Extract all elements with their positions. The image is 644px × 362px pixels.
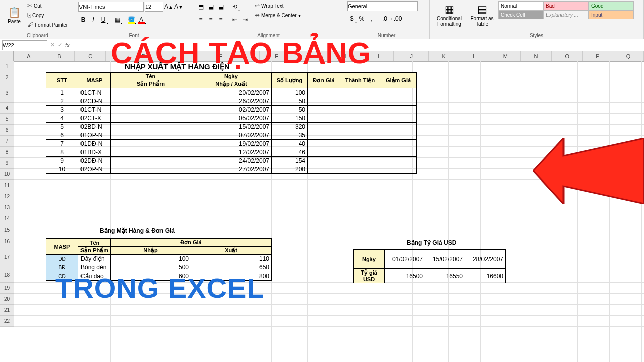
row-header-13[interactable]: 13: [0, 202, 14, 213]
cell-giamgia[interactable]: [380, 106, 417, 114]
col-header-F[interactable]: F: [260, 51, 294, 61]
style-explanatory[interactable]: Explanatory ...: [543, 10, 589, 19]
comma-button[interactable]: ,: [367, 14, 376, 23]
col-header-N[interactable]: N: [521, 51, 551, 61]
row-header-15[interactable]: 15: [0, 224, 14, 236]
percent-button[interactable]: %: [357, 14, 366, 23]
col-header-E[interactable]: E: [183, 51, 260, 61]
spreadsheet-grid[interactable]: ABCDEFGHIJKLMNOPQ 1234567891011121314151…: [0, 51, 644, 362]
row-header-7[interactable]: 7: [0, 136, 14, 147]
cell-stt[interactable]: 6: [46, 131, 78, 140]
cell-stt[interactable]: 9: [46, 157, 78, 165]
cell-ngay[interactable]: 26/02/2007: [191, 97, 272, 106]
fx-icon[interactable]: fx: [65, 42, 70, 48]
cell-masp[interactable]: 01CT-N: [78, 106, 111, 114]
cell-dongia[interactable]: [308, 114, 340, 123]
cell-name[interactable]: Bóng đèn: [78, 263, 111, 272]
cell-ten[interactable]: [111, 88, 191, 97]
cell-giamgia[interactable]: [380, 114, 417, 123]
increase-font-button[interactable]: A▲: [164, 2, 173, 11]
row-header-18[interactable]: 18: [0, 267, 14, 283]
confirm-formula-icon[interactable]: ✓: [58, 42, 62, 48]
col-header-A[interactable]: A: [14, 51, 44, 61]
cell-thanhtien[interactable]: [340, 106, 380, 114]
font-name-select[interactable]: [78, 2, 144, 12]
cell-name[interactable]: Dây điện: [78, 255, 111, 263]
style-check-cell[interactable]: Check Cell: [498, 10, 543, 19]
decrease-decimal-button[interactable]: .00: [393, 14, 403, 23]
cell-sl[interactable]: 50: [272, 106, 308, 114]
copy-button[interactable]: ⎘Copy: [27, 11, 68, 20]
cell-stt[interactable]: 2: [46, 97, 78, 106]
cell-stt[interactable]: 10: [46, 165, 78, 174]
row-header-17[interactable]: 17: [0, 247, 14, 267]
col-header-D[interactable]: D: [106, 51, 183, 61]
cell-ngay[interactable]: 27/02/2007: [191, 165, 272, 174]
cell-giamgia[interactable]: [380, 140, 417, 148]
cell-masp[interactable]: 01OP-N: [78, 131, 111, 140]
cell-ten[interactable]: [111, 114, 191, 123]
col-header-K[interactable]: K: [429, 51, 459, 61]
cell-dongia[interactable]: [308, 131, 340, 140]
col-header-extra[interactable]: P: [583, 51, 613, 61]
cell-thanhtien[interactable]: [340, 114, 380, 123]
cell-stt[interactable]: 1: [46, 88, 78, 97]
cell-dongia[interactable]: [308, 140, 340, 148]
bold-button[interactable]: B: [78, 15, 88, 24]
cell-masp[interactable]: 02DĐ-N: [78, 157, 111, 165]
cell-ngay[interactable]: 20/02/2007: [191, 88, 272, 97]
col-header-C[interactable]: C: [75, 51, 106, 61]
col-header-extra[interactable]: Q: [613, 51, 644, 61]
select-all-corner[interactable]: [0, 51, 14, 61]
cell-sl[interactable]: 50: [272, 97, 308, 106]
cell-masp[interactable]: 01CT-N: [78, 88, 111, 97]
italic-button[interactable]: I: [89, 15, 98, 24]
cell-giamgia[interactable]: [380, 88, 417, 97]
style-good[interactable]: Good: [589, 1, 634, 10]
formula-input[interactable]: [73, 40, 644, 50]
cell-sl[interactable]: 320: [272, 123, 308, 131]
cell-name[interactable]: Cầu dao: [78, 272, 111, 281]
cell-stt[interactable]: 3: [46, 106, 78, 114]
cell-sl[interactable]: 200: [272, 165, 308, 174]
cut-button[interactable]: ✂Cut: [27, 1, 68, 10]
align-bottom-button[interactable]: ⬓: [216, 2, 225, 11]
cell-ten[interactable]: [111, 123, 191, 131]
row-header-9[interactable]: 9: [0, 158, 14, 169]
cell-thanhtien[interactable]: [340, 97, 380, 106]
format-painter-button[interactable]: 🖌Format Painter: [27, 20, 68, 29]
row-header-21[interactable]: 21: [0, 305, 14, 316]
paste-button[interactable]: 📋 Paste: [3, 1, 25, 29]
row-header-16[interactable]: 16: [0, 236, 14, 247]
row-header-2[interactable]: 2: [0, 72, 14, 83]
align-center-button[interactable]: ≡: [206, 15, 215, 24]
col-header-B[interactable]: B: [44, 51, 75, 61]
cell-dongia[interactable]: [308, 88, 340, 97]
align-right-button[interactable]: ≡: [216, 15, 225, 24]
cell-dongia[interactable]: [308, 165, 340, 174]
col-header-L[interactable]: L: [459, 51, 490, 61]
row-header-4[interactable]: 4: [0, 103, 14, 114]
cell-xuat[interactable]: 110: [191, 255, 272, 263]
align-middle-button[interactable]: ⬓: [206, 2, 215, 11]
cell-sl[interactable]: 100: [272, 88, 308, 97]
cell-thanhtien[interactable]: [340, 157, 380, 165]
cell-ten[interactable]: [111, 97, 191, 106]
row-header-6[interactable]: 6: [0, 125, 14, 136]
row-header-19[interactable]: 19: [0, 283, 14, 294]
style-bad[interactable]: Bad: [543, 1, 589, 10]
row-headers[interactable]: 12345678910111213141516171819202122: [0, 61, 14, 327]
cell-stt[interactable]: 7: [46, 140, 78, 148]
merge-center-button[interactable]: ⬌Merge & Center ▾: [255, 11, 301, 20]
row-header-10[interactable]: 10: [0, 169, 14, 180]
cell-ngay[interactable]: 02/02/2007: [191, 106, 272, 114]
cell-giamgia[interactable]: [380, 123, 417, 131]
cell-nhap[interactable]: 600: [111, 272, 191, 281]
row-header-12[interactable]: 12: [0, 191, 14, 202]
row-header-3[interactable]: 3: [0, 83, 14, 103]
cell-stt[interactable]: 8: [46, 148, 78, 157]
cell-ngay[interactable]: 12/02/2007: [191, 148, 272, 157]
cell-ten[interactable]: [111, 148, 191, 157]
cell-ngay[interactable]: 05/02/2007: [191, 114, 272, 123]
cell-masp[interactable]: 02OP-N: [78, 165, 111, 174]
